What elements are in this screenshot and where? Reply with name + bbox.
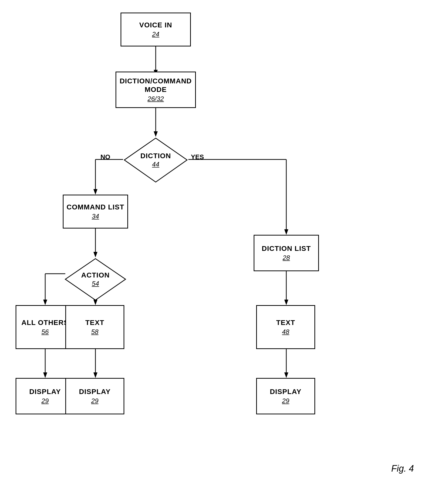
text-48-node: TEXT 48 (256, 305, 315, 349)
svg-marker-9 (284, 229, 288, 235)
action-diamond: ACTION 54 (64, 257, 127, 301)
diction-list-label: DICTION LIST (262, 244, 311, 253)
text-48-label: TEXT (276, 318, 295, 327)
all-others-label: ALL OTHERS (21, 318, 69, 327)
svg-marker-11 (93, 252, 97, 257)
svg-marker-6 (93, 189, 97, 195)
diction-list-node: DICTION LIST 28 (254, 235, 319, 271)
svg-marker-13 (284, 300, 288, 305)
display-right-label: DISPLAY (270, 387, 302, 396)
display-mid-ref: 29 (91, 397, 98, 405)
svg-marker-24 (284, 372, 288, 378)
command-list-label: COMMAND LIST (67, 203, 124, 211)
figure-label: Fig. 4 (391, 463, 414, 474)
no-label: NO (100, 153, 110, 161)
command-list-ref: 34 (92, 212, 99, 220)
voice-in-label: VOICE IN (139, 21, 172, 29)
text-58-ref: 58 (91, 328, 98, 336)
text-48-ref: 48 (282, 328, 289, 336)
voice-in-ref: 24 (152, 30, 159, 38)
diction-diamond-ref: 44 (152, 160, 159, 168)
svg-marker-20 (43, 372, 47, 378)
diction-command-node: DICTION/COMMAND MODE 26/32 (116, 72, 196, 108)
diction-command-label: DICTION/COMMAND MODE (120, 77, 192, 94)
diction-diamond-label: DICTION (140, 152, 171, 160)
text-58-label: TEXT (85, 318, 104, 327)
voice-in-node: VOICE IN 24 (121, 13, 191, 46)
action-diamond-ref: 54 (92, 280, 99, 288)
yes-label: YES (191, 153, 204, 161)
diction-command-ref: 26/32 (147, 95, 164, 103)
all-others-ref: 56 (41, 328, 49, 336)
display-right-ref: 29 (282, 397, 289, 405)
command-list-node: COMMAND LIST 34 (63, 195, 128, 229)
display-mid-node: DISPLAY 29 (65, 378, 124, 414)
display-left-ref: 29 (41, 397, 49, 405)
display-mid-label: DISPLAY (79, 387, 111, 396)
display-right-node: DISPLAY 29 (256, 378, 315, 414)
diction-list-ref: 28 (283, 254, 290, 262)
svg-marker-3 (154, 131, 158, 137)
action-diamond-label: ACTION (81, 271, 109, 279)
text-58-node: TEXT 58 (65, 305, 124, 349)
svg-marker-22 (93, 372, 97, 378)
display-left-label: DISPLAY (29, 387, 61, 396)
svg-marker-16 (43, 300, 47, 305)
diction-diamond: DICTION 44 (123, 137, 188, 183)
